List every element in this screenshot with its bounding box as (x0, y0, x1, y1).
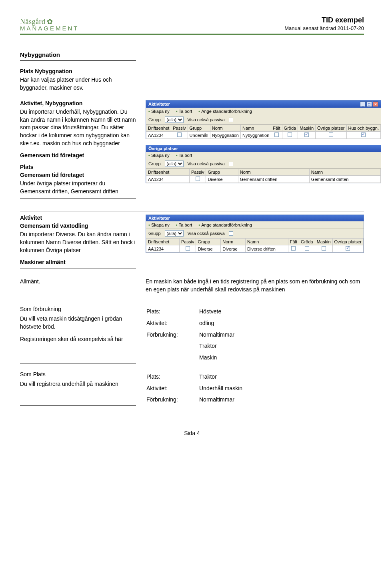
visa-passiva-checkbox[interactable] (229, 118, 233, 122)
table-row: AA1234 Diverse Diverse Diverse driften (146, 245, 364, 253)
tb-skapa-ny[interactable]: Skapa ny (148, 153, 170, 158)
som-forbrukning-head: Som förbrukning (20, 305, 136, 313)
subheading-aktivitet-nybyggnation: Aktivitet, Nybyggnation (20, 100, 136, 106)
win3-grid: Driftsenhet Passiv Grupp Norm Namn Fält … (146, 238, 364, 253)
tb-ta-bort[interactable]: Ta bort (176, 109, 192, 114)
grupp-select[interactable]: (alla) (165, 161, 184, 167)
som-forbrukning-para1: Du vill veta maskin tidsåtgången i gröda… (20, 315, 136, 331)
subheading-plats-nybyggnation: Plats Nybyggnation (20, 68, 136, 74)
logo-top-text: Näsgård (20, 18, 45, 25)
doc-title: TID exempel (284, 16, 364, 24)
para-sec2: Du importerar Underhåll, Nybyggnation. D… (20, 108, 136, 147)
maximize-icon[interactable]: □ (366, 101, 372, 107)
win2-grid: Driftsenhet Passiv Grupp Norm Namn AA123… (146, 169, 381, 183)
tb-ta-bort[interactable]: Ta bort (176, 153, 192, 158)
subheading-aktivitet: Aktivitet (20, 215, 136, 221)
allmant-text: En maskin kan både ingå i en tids regist… (146, 278, 364, 293)
som-plats-head: Som Plats (20, 371, 136, 379)
table-row: AA1234 Diverse Gemensamt driften Gemensa… (146, 176, 381, 183)
heading-nybyggnation: Nybyggnation (20, 51, 136, 61)
som-plats-kv: Plats:Traktor Aktivitet:Underhåll maskin… (146, 371, 243, 406)
subheading-plats: Plats (20, 164, 136, 170)
win2-title: Övriga platser (148, 146, 178, 151)
win3-title: Aktiviteter (148, 216, 170, 221)
screenshot-ovriga-platser: Övriga platser Skapa ny Ta bort Grupp (a… (146, 145, 381, 183)
leaf-icon: ✿ (47, 18, 53, 25)
screenshot-aktiviteter-1: Aktiviteter _ □ × Skapa ny Ta bort Ange … (146, 100, 381, 139)
allmant-label: Allmänt. (20, 278, 136, 286)
win1-grid: Driftsenhet Passiv Grupp Norm Namn Fält … (146, 124, 381, 139)
subheading-maskiner-allmant: Maskiner allmänt (20, 259, 136, 269)
tb-skapa-ny[interactable]: Skapa ny (148, 109, 170, 114)
page-number: Sida 4 (20, 430, 364, 436)
logo-bottom-text: MANAGEMENT (20, 25, 79, 31)
grupp-select[interactable]: (alla) (165, 116, 184, 123)
page-header: Näsgård ✿ MANAGEMENT TID exempel Manual … (20, 16, 364, 35)
som-forbrukning-para2: Registreringen sker då exempelvis så här (20, 335, 136, 343)
som-plats-para: Du vill registrera underhåll på maskinen (20, 380, 136, 388)
para-sec4: Du importerar Diverse. Du kan ändra namn… (20, 231, 136, 254)
tb-ange-std[interactable]: Ange standardförbrukning (198, 109, 252, 114)
close-icon[interactable]: × (373, 101, 378, 107)
subheading-gemensam-tid-foretaget: Gemensam tid företaget (20, 152, 136, 162)
doc-subtitle: Manual senast ändrad 2011-07-20 (284, 24, 364, 31)
visa-passiva[interactable]: Visa också passiva (188, 117, 225, 122)
subheading-gemensam-tid-vaxtodling: Gemensam tid växtodling (20, 223, 136, 229)
minimize-icon[interactable]: _ (360, 101, 366, 107)
subheading-gemensam-tid-foretaget-2: Gemensam tid företaget (20, 172, 136, 178)
filter-label: Grupp (148, 117, 161, 122)
screenshot-aktiviteter-2: Aktiviteter Skapa ny Ta bort Ange standa… (146, 215, 364, 253)
logo: Näsgård ✿ MANAGEMENT (20, 18, 79, 31)
forbrukning-kv: Plats:Höstvete Aktivitet:odling Förbrukn… (146, 305, 235, 363)
para-sec3: Under övriga platser importerar du Gemen… (20, 180, 136, 199)
win1-title: Aktiviteter (148, 102, 170, 106)
table-row: AA1234 Underhåll Nybyggnation Nybyggnati… (146, 132, 381, 139)
para-sec1: Här kan väljas platser under Hus och byg… (20, 76, 136, 95)
grupp-select[interactable]: (alla) (165, 230, 184, 237)
